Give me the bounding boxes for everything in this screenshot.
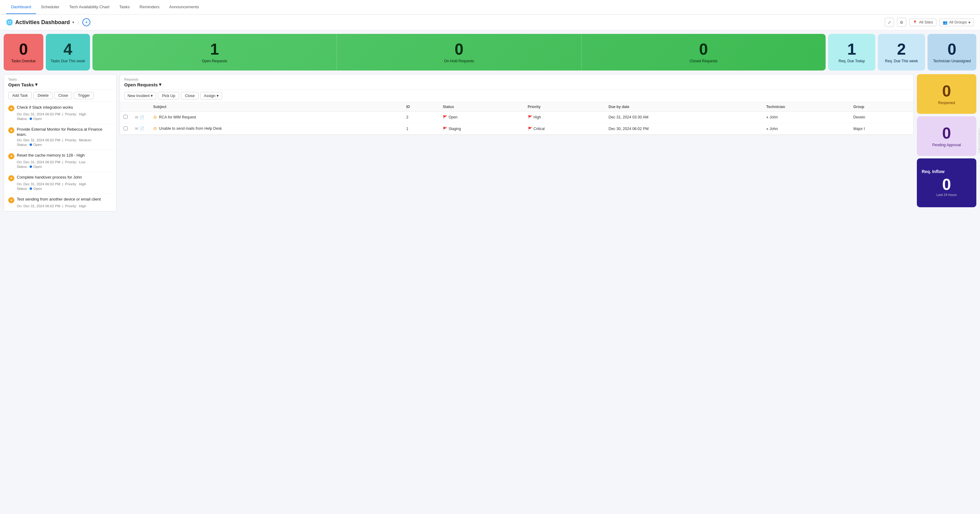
row-technician: ● John <box>762 123 850 134</box>
task-title: Complete handover process for John <box>17 175 82 180</box>
requests-panel-title[interactable]: Open Requests ▾ <box>124 82 909 87</box>
tasks-section-label: Tasks <box>8 78 112 81</box>
open-requests-title: Open Requests <box>124 82 158 87</box>
new-incident-button[interactable]: New Incident ▾ <box>124 92 156 100</box>
task-meta: On: Dec 31, 2024 06:02 PM | Priority: Hi… <box>17 204 112 208</box>
row-subject[interactable]: ⚙ Unable to send mails from Help Desk <box>150 123 402 134</box>
row-checkbox-cell[interactable] <box>120 123 131 134</box>
nav-item-announcements[interactable]: Announcements <box>164 0 204 14</box>
status-flag-icon: 🚩 <box>443 127 447 131</box>
col-priority: Priority <box>524 102 605 112</box>
stat-card-tech-unassigned[interactable]: 0 Technician Unassigned <box>928 34 976 70</box>
row-due-date: Dec 31, 2024 03:30 AM <box>605 112 763 123</box>
requests-title-chevron-icon: ▾ <box>159 82 161 87</box>
col-technician: Technician <box>762 102 850 112</box>
task-title: Test sending from another device or emai… <box>17 197 101 202</box>
tasks-panel-title[interactable]: Open Tasks ▾ <box>8 82 112 87</box>
reopened-label: Reopened <box>938 101 955 105</box>
all-sites-button[interactable]: 📍 All Sites <box>909 19 936 26</box>
divider: | <box>78 20 79 25</box>
onhold-requests-number: 0 <box>455 41 463 57</box>
col-due-date: Due by date <box>605 102 763 112</box>
nav-item-reminders[interactable]: Reminders <box>135 0 164 14</box>
list-item[interactable]: ★ Complete handover process for John On:… <box>4 172 116 194</box>
row-status: 🚩 Staging <box>439 123 524 134</box>
task-title: Reset the cache memory to 128 - High <box>17 153 85 158</box>
row-icon-cell: ✉ 📄 <box>131 112 150 123</box>
trigger-task-button[interactable]: Trigger <box>74 92 94 99</box>
close-task-button[interactable]: Close <box>54 92 72 99</box>
add-task-button[interactable]: Add Task <box>8 92 32 99</box>
top-navigation: Dashboard Scheduler Tech Availability Ch… <box>0 0 980 15</box>
add-dashboard-button[interactable]: + <box>83 18 90 26</box>
row-checkbox-cell[interactable] <box>120 112 131 123</box>
page-header: 🌐 Activities Dashboard ▾ | + ⤢ ⚙ 📍 All S… <box>0 15 980 30</box>
col-id: ID <box>402 102 439 112</box>
requests-toolbar: New Incident ▾ Pick Up Close Assign ▾ <box>120 89 913 102</box>
globe-icon: 🌐 <box>6 19 13 25</box>
all-groups-label: All Groups <box>949 20 967 24</box>
priority-flag-icon: 🚩 <box>528 127 532 131</box>
task-icon: ★ <box>8 105 14 111</box>
delete-task-button[interactable]: Delete <box>33 92 52 99</box>
tech-unassigned-number: 0 <box>948 41 956 57</box>
list-item[interactable]: ★ Check if Slack integration works On: D… <box>4 102 116 124</box>
stat-onhold-requests[interactable]: 0 On Hold Requests <box>337 34 581 70</box>
nav-item-scheduler[interactable]: Scheduler <box>36 0 64 14</box>
requests-section-label: Requests <box>124 78 909 81</box>
row-checkbox[interactable] <box>124 126 127 130</box>
tasks-panel: Tasks Open Tasks ▾ Add Task Delete Close… <box>4 74 116 212</box>
assign-button[interactable]: Assign ▾ <box>200 92 222 100</box>
task-status-row: Status: Open <box>17 187 112 191</box>
request-status-icon: ⚙ <box>153 115 157 119</box>
assign-chevron-icon: ▾ <box>216 93 219 98</box>
all-groups-button[interactable]: 👥 All Groups ▾ <box>939 19 974 26</box>
status-dot-icon <box>30 165 32 168</box>
stat-card-req-due-today[interactable]: 1 Req. Due Today <box>828 34 875 70</box>
email-icon: ✉ <box>135 126 138 131</box>
pending-approval-number: 0 <box>942 125 951 141</box>
stat-card-req-due-week[interactable]: 2 Req. Due This week <box>878 34 925 70</box>
reopened-card[interactable]: 0 Reopened <box>917 74 976 114</box>
pick-up-button[interactable]: Pick Up <box>158 92 179 100</box>
table-row[interactable]: ✉ 📄 ⚙ Unable to send mails from Help Des… <box>120 123 913 134</box>
nav-item-dashboard[interactable]: Dashboard <box>6 0 36 14</box>
row-id: 1 <box>402 123 439 134</box>
list-item[interactable]: ★ Test sending from another device or em… <box>4 194 116 211</box>
row-group: Develo <box>850 112 913 123</box>
my-summary-tab[interactable]: My Summary <box>978 129 980 153</box>
document-icon: 📄 <box>140 115 144 119</box>
row-id: 2 <box>402 112 439 123</box>
req-inflow-card[interactable]: Req. Inflow 0 Last 24 hours <box>917 158 976 207</box>
list-item[interactable]: ★ Reset the cache memory to 128 - High O… <box>4 150 116 172</box>
row-checkbox[interactable] <box>124 115 127 119</box>
tasks-overdue-label: Tasks Overdue <box>11 59 36 63</box>
pending-approval-card[interactable]: 0 Pending Approval <box>917 116 976 156</box>
table-header-row: Subject ID Status Priority Due by date T… <box>120 102 913 112</box>
table-row[interactable]: ✉ 📄 ⚙ RCA for MIM Request 2 🚩 <box>120 112 913 123</box>
request-status-icon: ⚙ <box>153 126 157 131</box>
task-meta: On: Dec 31, 2024 06:02 PM | Priority: Lo… <box>17 160 112 164</box>
col-icons <box>131 102 150 112</box>
reopened-number: 0 <box>942 83 951 99</box>
close-request-button[interactable]: Close <box>181 92 199 100</box>
main-content: 0 Tasks Overdue 4 Tasks Due This week 1 … <box>0 30 980 215</box>
expand-button[interactable]: ⤢ <box>885 18 894 27</box>
closed-requests-label: Closed Requests <box>690 59 717 63</box>
requests-panel: Requests Open Requests ▾ New Incident ▾ … <box>119 74 914 135</box>
list-item[interactable]: ★ Provide External Monitor for Rebecca a… <box>4 124 116 150</box>
closed-requests-number: 0 <box>699 41 708 57</box>
col-status: Status <box>439 102 524 112</box>
settings-button[interactable]: ⚙ <box>897 18 906 27</box>
nav-item-tech-chart[interactable]: Tech Availability Chart <box>64 0 115 14</box>
chevron-down-icon[interactable]: ▾ <box>72 20 74 24</box>
status-dot-icon <box>30 143 32 146</box>
stat-open-requests[interactable]: 1 Open Requests <box>92 34 337 70</box>
stats-row: 0 Tasks Overdue 4 Tasks Due This week 1 … <box>4 34 976 70</box>
email-icon: ✉ <box>135 115 138 119</box>
stat-card-tasks-overdue[interactable]: 0 Tasks Overdue <box>4 34 43 70</box>
stat-card-tasks-due-week[interactable]: 4 Tasks Due This week <box>46 34 90 70</box>
row-subject[interactable]: ⚙ RCA for MIM Request <box>150 112 402 123</box>
nav-item-tasks[interactable]: Tasks <box>115 0 135 14</box>
stat-closed-requests[interactable]: 0 Closed Requests <box>581 34 826 70</box>
